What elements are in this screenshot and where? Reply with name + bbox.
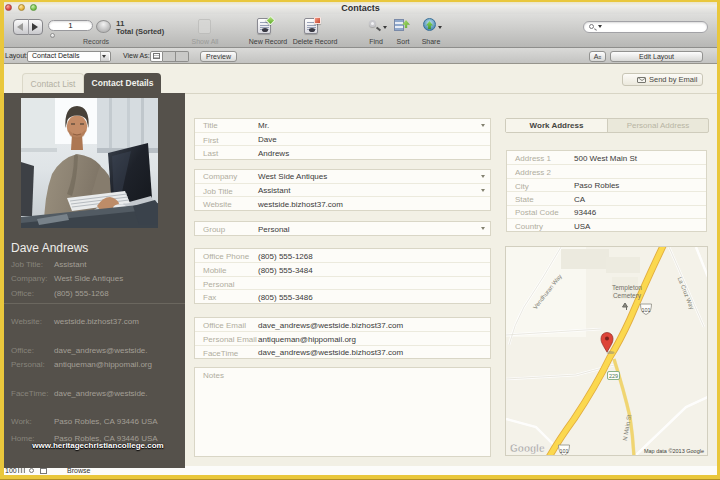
svg-text:Google: Google (510, 443, 545, 454)
svg-text:Map data ©2013 Google: Map data ©2013 Google (644, 448, 704, 454)
svg-text:229: 229 (609, 373, 618, 379)
svg-text:101: 101 (641, 307, 650, 313)
svg-text:Cemetery: Cemetery (613, 292, 642, 300)
svg-text:101: 101 (559, 448, 568, 454)
